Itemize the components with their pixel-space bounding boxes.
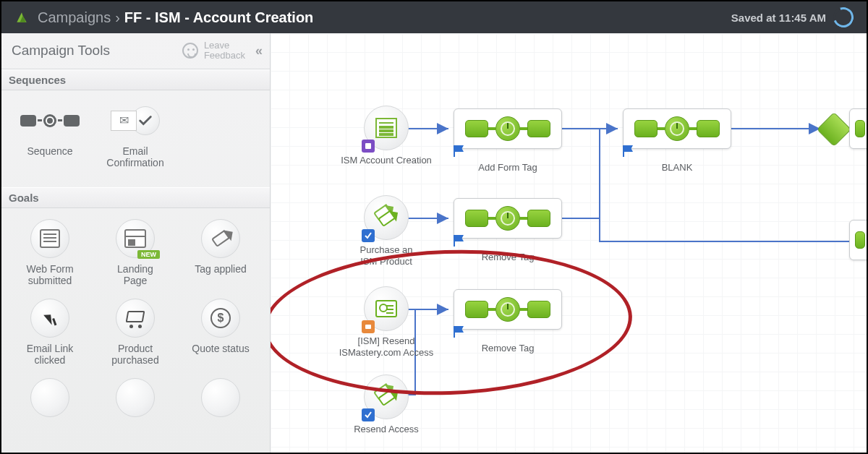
- diamond-icon: [817, 112, 851, 147]
- tool-email-link-clicked[interactable]: Email Link clicked: [7, 295, 93, 374]
- tool-row-more-2[interactable]: [93, 374, 178, 422]
- form-badge-icon: [362, 140, 375, 153]
- tool-product-purchased[interactable]: Product purchased: [93, 295, 178, 374]
- node-ism-resend-access[interactable]: [ISM] Resend ISMastery.com Access: [321, 286, 451, 359]
- id-badge-icon: [362, 320, 375, 333]
- tool-quote-status[interactable]: $ Quote status: [178, 295, 263, 374]
- id-card-icon: [375, 300, 397, 317]
- campaign-canvas[interactable]: ISM Account Creation Add Form Tag BLANK: [271, 33, 867, 453]
- tool-row-more[interactable]: [7, 374, 93, 422]
- tags-icon: [375, 385, 398, 408]
- node-offscreen-seq-2[interactable]: [849, 220, 867, 260]
- node-purchase-ism-product[interactable]: Purchase an ISM Product: [328, 195, 444, 268]
- flag-icon: [451, 234, 466, 248]
- tool-row-more-3[interactable]: [178, 374, 263, 422]
- smile-icon: [182, 43, 198, 59]
- sidebar: Campaign Tools Leave Feedback « Sequence…: [1, 33, 271, 453]
- flag-icon: [451, 144, 466, 158]
- section-sequences-label: Sequences: [1, 69, 270, 90]
- app-logo-icon: [14, 10, 29, 25]
- cart-icon: [125, 311, 145, 325]
- saved-status: Saved at 11:45 AM: [731, 12, 826, 24]
- sync-indicator-icon: [830, 4, 856, 30]
- tool-web-form-submitted[interactable]: Web Form submitted: [7, 215, 93, 295]
- svg-rect-8: [365, 143, 371, 149]
- tag-badge-icon: [362, 229, 375, 242]
- sequence-icon: [20, 114, 80, 127]
- top-bar: Campaigns › FF - ISM - Account Creation …: [1, 1, 867, 33]
- tool-email-confirmation[interactable]: ✉ Email Confirmation: [93, 98, 178, 177]
- collapse-sidebar-button[interactable]: «: [255, 43, 260, 59]
- landing-page-icon: [124, 229, 146, 248]
- node-decision-diamond[interactable]: [822, 117, 846, 142]
- email-confirmation-icon: ✉: [111, 106, 160, 135]
- node-blank[interactable]: BLANK: [619, 108, 735, 174]
- form-icon: [375, 118, 397, 138]
- dollar-icon: $: [210, 308, 231, 328]
- leave-feedback-button[interactable]: Leave Feedback: [182, 40, 245, 61]
- breadcrumb-root[interactable]: Campaigns: [38, 9, 111, 26]
- node-remove-tag-1[interactable]: Remove Tag: [450, 198, 566, 263]
- cursor-icon: [43, 311, 56, 325]
- flag-icon: [621, 144, 635, 158]
- web-form-icon: [40, 229, 60, 248]
- section-goals-label: Goals: [1, 187, 270, 208]
- breadcrumb-sep-icon: ›: [115, 9, 120, 26]
- svg-rect-9: [365, 325, 371, 329]
- node-offscreen-seq-1[interactable]: [849, 108, 867, 149]
- node-add-form-tag[interactable]: Add Form Tag: [450, 108, 566, 174]
- tag-icon: [211, 230, 230, 247]
- node-remove-tag-2[interactable]: Remove Tag: [450, 289, 566, 354]
- tool-landing-page[interactable]: Landing Page: [93, 215, 178, 295]
- page-title: FF - ISM - Account Creation: [124, 9, 313, 26]
- sidebar-title: Campaign Tools: [12, 43, 182, 59]
- node-ism-account-creation[interactable]: ISM Account Creation: [328, 106, 444, 166]
- tags-icon: [375, 206, 398, 229]
- node-resend-access[interactable]: Resend Access: [328, 374, 444, 435]
- sequence-box: [454, 108, 562, 149]
- flag-icon: [451, 325, 466, 339]
- tool-sequence[interactable]: Sequence: [7, 98, 93, 177]
- tool-tag-applied[interactable]: Tag applied: [178, 215, 263, 295]
- tag-badge-icon: [362, 408, 375, 421]
